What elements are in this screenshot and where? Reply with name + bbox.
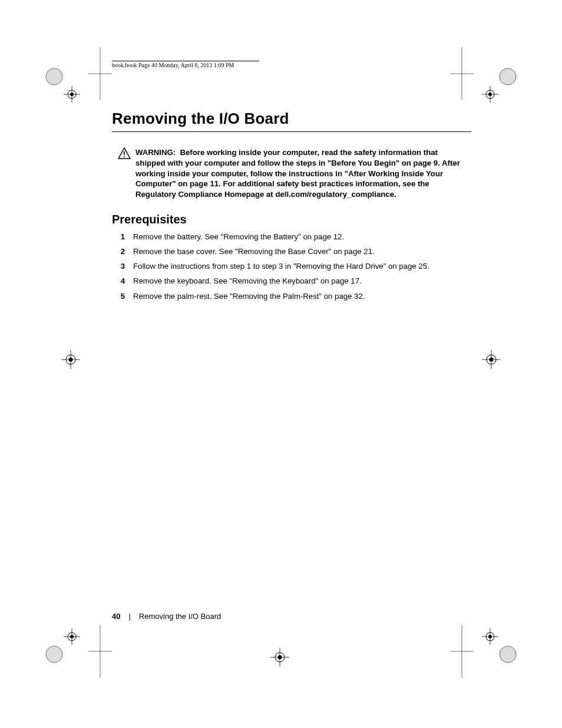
crop-mark-icon <box>478 625 520 666</box>
title-divider <box>112 131 471 132</box>
list-item: Remove the base cover. See "Removing the… <box>112 246 465 257</box>
svg-point-11 <box>488 93 492 96</box>
svg-point-19 <box>69 358 73 362</box>
crop-line-icon <box>88 625 112 678</box>
page-number: 40 <box>112 612 120 621</box>
list-item: Remove the palm-rest. See "Removing the … <box>112 291 465 302</box>
page-title: Removing the I/O Board <box>112 110 465 128</box>
svg-point-45 <box>124 156 125 157</box>
register-mark-icon <box>268 645 292 669</box>
list-item: Remove the keyboard. See "Removing the K… <box>112 275 465 286</box>
list-item: Follow the instructions from step 1 to s… <box>112 261 465 272</box>
register-mark-icon <box>59 348 82 371</box>
page-content: book.book Page 40 Monday, April 8, 2013 … <box>112 59 465 305</box>
crop-line-icon <box>88 47 112 100</box>
warning-body: Before working inside your computer, rea… <box>135 148 460 199</box>
step-text: Remove the base cover. See "Removing the… <box>133 246 465 257</box>
list-item: Remove the battery. See "Removing the Ba… <box>112 231 465 242</box>
step-text: Remove the keyboard. See "Removing the K… <box>133 275 465 286</box>
footer-title: Removing the I/O Board <box>139 612 221 621</box>
crop-mark-icon <box>478 65 520 106</box>
svg-point-31 <box>70 635 74 638</box>
step-text: Remove the battery. See "Removing the Ba… <box>133 231 465 242</box>
svg-point-5 <box>70 93 74 96</box>
crop-line-icon <box>450 625 474 678</box>
steps-list: Remove the battery. See "Removing the Ba… <box>112 231 465 302</box>
warning-label: WARNING: <box>135 148 176 157</box>
warning-block: WARNING: Before working inside your comp… <box>112 147 465 200</box>
svg-point-41 <box>500 646 516 663</box>
register-mark-icon <box>480 348 503 371</box>
footer-separator: | <box>128 612 130 621</box>
running-header: book.book Page 40 Monday, April 8, 2013 … <box>112 61 259 68</box>
page-footer: 40 | Removing the I/O Board <box>112 612 221 621</box>
warning-text: WARNING: Before working inside your comp… <box>135 147 465 200</box>
svg-point-23 <box>490 358 494 362</box>
svg-point-33 <box>46 646 62 663</box>
section-heading: Prerequisites <box>112 213 465 226</box>
step-text: Remove the palm-rest. See "Removing the … <box>133 291 465 302</box>
svg-point-1 <box>46 68 62 85</box>
crop-mark-icon <box>42 65 84 106</box>
svg-point-13 <box>500 68 516 85</box>
crop-mark-icon <box>42 625 84 666</box>
svg-point-27 <box>278 655 282 660</box>
step-text: Follow the instructions from step 1 to s… <box>133 261 465 272</box>
warning-icon <box>118 147 131 162</box>
svg-point-39 <box>488 635 492 638</box>
